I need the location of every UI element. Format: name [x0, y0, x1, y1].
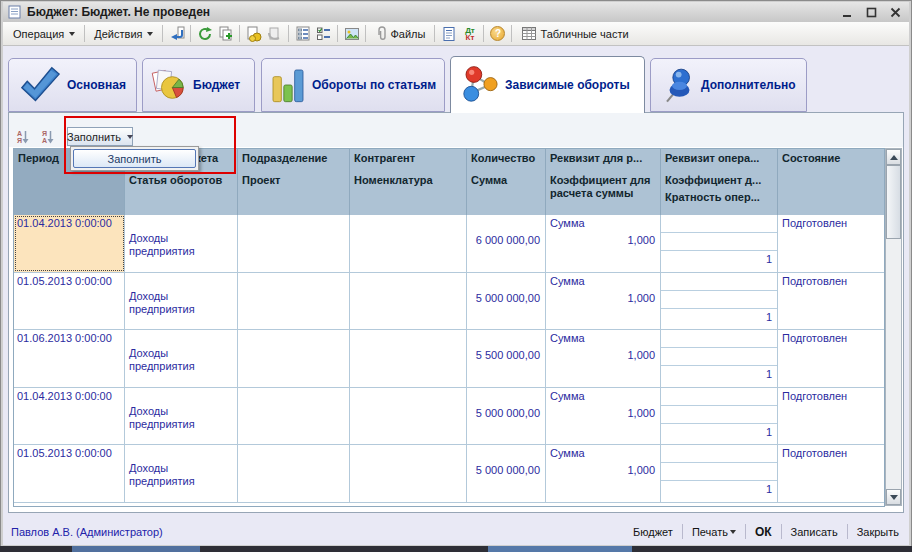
tab-turnovers-by-articles[interactable]: Обороты по статьям	[261, 58, 445, 112]
title-bar: Бюджет: Бюджет. Не проведен	[3, 2, 909, 22]
post-document-icon[interactable]	[243, 24, 264, 43]
menu-item-fill[interactable]: Заполнить	[73, 149, 196, 168]
cell-department[interactable]	[238, 215, 350, 272]
files-button[interactable]: Файлы	[369, 23, 431, 44]
cell-state[interactable]: Подготовлен	[778, 215, 884, 272]
scroll-up-button[interactable]	[886, 149, 901, 165]
column-header-department[interactable]: ПодразделениеПроект	[238, 149, 350, 215]
cell-contractor[interactable]	[350, 330, 467, 387]
cell-turnover-article[interactable]: Доходы предприятия	[125, 273, 238, 330]
cell-period[interactable]: 01.05.2013 0:00:00	[14, 273, 125, 330]
actions-menu-button[interactable]: Действия	[88, 25, 159, 43]
cell-contractor[interactable]	[350, 445, 467, 502]
check-icon	[17, 65, 63, 105]
cell-turnover-article[interactable]: Доходы предприятия	[125, 330, 238, 387]
cell-operation-requisite[interactable]: 1	[661, 445, 778, 502]
cell-contractor[interactable]	[350, 215, 467, 272]
cell-amount[interactable]: 5 000 000,00	[467, 273, 546, 330]
budget-button[interactable]: Бюджет	[624, 526, 682, 538]
bar-chart-icon	[268, 65, 308, 105]
operation-menu-button[interactable]: Операция	[7, 25, 81, 43]
chevron-down-icon	[69, 32, 75, 36]
cell-turnover-article[interactable]: Доходы предприятия	[125, 445, 238, 502]
cell-department[interactable]	[238, 388, 350, 445]
fill-button[interactable]: Заполнить	[67, 127, 133, 146]
copy-add-icon[interactable]	[215, 24, 236, 43]
chevron-down-icon	[127, 135, 133, 139]
column-header-quantity[interactable]: КоличествоСумма	[467, 149, 546, 215]
cell-turnover-article[interactable]: Доходы предприятия	[125, 215, 238, 272]
minimize-button[interactable]	[840, 6, 854, 18]
cell-operation-requisite[interactable]: 1	[661, 388, 778, 445]
cell-operation-requisite[interactable]: 1	[661, 215, 778, 272]
cell-requisite[interactable]: Сумма1,000	[546, 215, 661, 272]
application-window: Бюджет: Бюджет. Не проведен Операция Дей…	[0, 0, 912, 552]
cell-period[interactable]: 01.04.2013 0:00:00	[14, 215, 125, 272]
help-icon[interactable]: ?	[487, 24, 508, 43]
cell-operation-requisite[interactable]: 1	[661, 330, 778, 387]
dt-kt-icon[interactable]: Дт Кт	[459, 24, 480, 43]
image-icon[interactable]	[341, 24, 362, 43]
cell-requisite[interactable]: Сумма1,000	[546, 445, 661, 502]
column-header-contractor[interactable]: КонтрагентНоменклатура	[350, 149, 467, 215]
cell-period[interactable]: 01.04.2013 0:00:00	[14, 388, 125, 445]
close-button[interactable]	[888, 6, 902, 18]
list-filter-icon[interactable]	[313, 24, 334, 43]
cell-contractor[interactable]	[350, 273, 467, 330]
ok-button[interactable]: ОК	[746, 525, 781, 539]
tab-dependent-turnovers[interactable]: Зависимые обороты	[450, 56, 645, 113]
print-button[interactable]: Печать	[683, 526, 745, 538]
tab-label: Обороты по статьям	[312, 78, 436, 92]
cell-turnover-article[interactable]: Доходы предприятия	[125, 388, 238, 445]
list-settings-icon[interactable]	[292, 24, 313, 43]
cell-requisite[interactable]: Сумма1,000	[546, 330, 661, 387]
table-body: 01.04.2013 0:00:00 Доходы предприятия 6 …	[14, 215, 884, 503]
arrow-down-icon	[47, 130, 54, 144]
cell-amount[interactable]: 5 000 000,00	[467, 388, 546, 445]
tab-budget[interactable]: Бюджет	[142, 58, 255, 112]
scroll-down-button[interactable]	[886, 489, 901, 505]
column-header-requisite[interactable]: Реквизит для р...Коэффициент для расчета…	[546, 149, 661, 215]
save-button[interactable]: Записать	[782, 526, 847, 538]
table-icon	[521, 26, 537, 41]
sort-ascending-button[interactable]: АЯ	[12, 127, 34, 146]
cell-department[interactable]	[238, 330, 350, 387]
cell-amount[interactable]: 6 000 000,00	[467, 215, 546, 272]
cell-department[interactable]	[238, 273, 350, 330]
cell-requisite[interactable]: Сумма1,000	[546, 388, 661, 445]
column-header-state[interactable]: Состояние	[778, 149, 884, 215]
cell-operation-requisite[interactable]: 1	[661, 273, 778, 330]
cell-state[interactable]: Подготовлен	[778, 330, 884, 387]
goto-document-icon[interactable]	[166, 24, 187, 43]
table-row: 01.06.2013 0:00:00 Доходы предприятия 5 …	[14, 330, 884, 388]
cell-amount[interactable]: 5 500 000,00	[467, 330, 546, 387]
cell-contractor[interactable]	[350, 388, 467, 445]
cell-state[interactable]: Подготовлен	[778, 273, 884, 330]
vertical-scrollbar[interactable]	[885, 148, 902, 506]
cell-state[interactable]: Подготовлен	[778, 445, 884, 502]
tab-additional[interactable]: Дополнительно	[650, 58, 807, 112]
cell-period[interactable]: 01.05.2013 0:00:00	[14, 445, 125, 502]
table-parts-button[interactable]: Табличные части	[515, 23, 634, 44]
cell-period[interactable]: 01.06.2013 0:00:00	[14, 330, 125, 387]
chevron-down-icon	[147, 32, 153, 36]
cell-requisite[interactable]: Сумма1,000	[546, 273, 661, 330]
document-icon	[8, 5, 22, 19]
close-form-button[interactable]: Закрыть	[848, 526, 901, 538]
cell-amount[interactable]: 5 000 000,00	[467, 445, 546, 502]
cell-state[interactable]: Подготовлен	[778, 388, 884, 445]
maximize-button[interactable]	[864, 6, 878, 18]
refresh-icon[interactable]	[194, 24, 215, 43]
molecule-icon	[459, 64, 501, 106]
column-header-operation-requisite[interactable]: Реквизит опера...Коэффициент д...Кратнос…	[661, 149, 778, 215]
tab-label: Бюджет	[193, 78, 240, 92]
pie-chart-icon	[149, 65, 189, 105]
tab-label: Зависимые обороты	[505, 78, 630, 92]
dependent-turnovers-table: Период Статья бюджетаСтатья оборотов Под…	[13, 148, 885, 507]
undo-post-icon[interactable]	[264, 24, 285, 43]
cell-department[interactable]	[238, 445, 350, 502]
scrollbar-thumb[interactable]	[886, 165, 901, 239]
sort-descending-button[interactable]: ЯА	[37, 127, 59, 146]
tab-main[interactable]: Основная	[8, 58, 137, 112]
report-icon[interactable]	[438, 24, 459, 43]
